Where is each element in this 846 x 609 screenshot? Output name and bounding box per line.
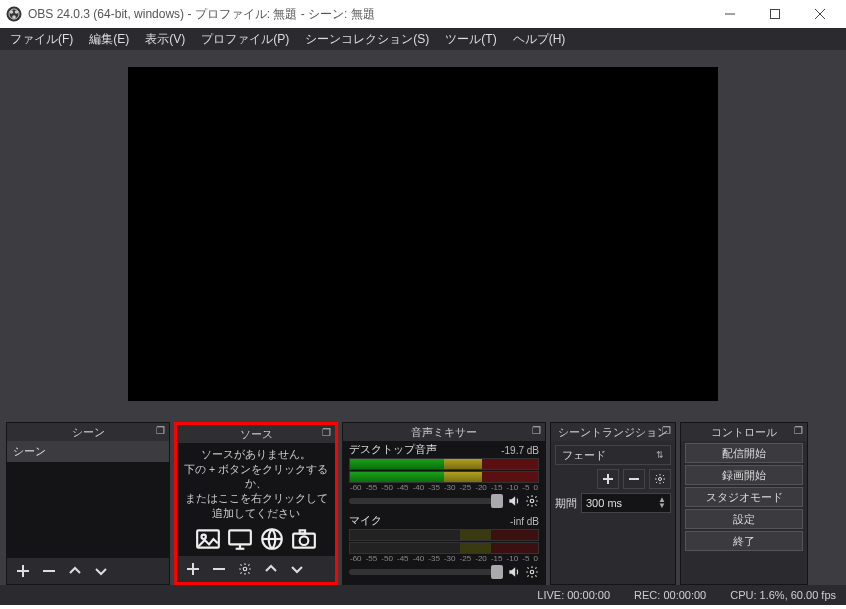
scenes-dock: シーン ❐ シーン bbox=[6, 422, 170, 585]
mixer-channel-mic: マイク -inf dB -60-55-50-45-40-35-30-25-20-… bbox=[343, 512, 545, 583]
gear-icon[interactable] bbox=[525, 494, 539, 508]
status-cpu: CPU: 1.6%, 60.00 fps bbox=[730, 589, 836, 601]
sources-empty-line3: またはここを右クリックして追加してください bbox=[181, 491, 331, 520]
mixer-dock-header: 音声ミキサー ❐ bbox=[343, 423, 545, 441]
camera-icon bbox=[291, 526, 317, 552]
transition-dock-header: シーントランジション ❐ bbox=[551, 423, 675, 441]
volume-slider[interactable] bbox=[349, 498, 503, 504]
sources-dock: ソース ❐ ソースがありません。 下の + ボタンをクリックするか、 またはここ… bbox=[174, 422, 338, 585]
spinner-icon[interactable]: ▲▼ bbox=[658, 497, 666, 509]
mixer-channel-name: マイク bbox=[349, 514, 382, 528]
mixer-dock: 音声ミキサー ❐ デスクトップ音声 -19.7 dB -60-55-50-45-… bbox=[342, 422, 546, 585]
menu-tools[interactable]: ツール(T) bbox=[437, 29, 504, 50]
menu-profile[interactable]: プロファイル(P) bbox=[193, 29, 297, 50]
sources-empty-line1: ソースがありません。 bbox=[201, 447, 311, 462]
status-rec: REC: 00:00:00 bbox=[634, 589, 706, 601]
maximize-button[interactable] bbox=[752, 0, 797, 28]
speaker-icon[interactable] bbox=[507, 494, 521, 508]
scenes-toolbar bbox=[7, 558, 169, 584]
menubar: ファイル(F) 編集(E) 表示(V) プロファイル(P) シーンコレクション(… bbox=[0, 28, 846, 50]
popout-icon[interactable]: ❐ bbox=[794, 425, 803, 436]
mixer-dock-title: 音声ミキサー bbox=[411, 425, 477, 440]
svg-rect-14 bbox=[229, 531, 251, 545]
scene-up-button[interactable] bbox=[63, 560, 87, 582]
controls-dock-title: コントロール bbox=[711, 425, 777, 440]
close-button[interactable] bbox=[797, 0, 842, 28]
menu-edit[interactable]: 編集(E) bbox=[81, 29, 137, 50]
minimize-button[interactable] bbox=[707, 0, 752, 28]
popout-icon[interactable]: ❐ bbox=[322, 427, 331, 438]
svg-point-2 bbox=[10, 10, 14, 14]
svg-point-4 bbox=[12, 15, 16, 19]
volume-slider[interactable] bbox=[349, 569, 503, 575]
statusbar: LIVE: 00:00:00 REC: 00:00:00 CPU: 1.6%, … bbox=[0, 585, 846, 605]
source-properties-button[interactable] bbox=[233, 558, 257, 580]
sources-empty-state: ソースがありません。 下の + ボタンをクリックするか、 またはここを右クリック… bbox=[177, 443, 335, 556]
scenes-dock-header: シーン ❐ bbox=[7, 423, 169, 441]
controls-dock: コントロール ❐ 配信開始 録画開始 スタジオモード 設定 終了 bbox=[680, 422, 808, 585]
mixer-channel-db: -19.7 dB bbox=[501, 445, 539, 456]
popout-icon[interactable]: ❐ bbox=[532, 425, 541, 436]
sources-empty-line2: 下の + ボタンをクリックするか、 bbox=[181, 462, 331, 491]
sources-empty-icons bbox=[195, 526, 317, 552]
transition-select[interactable]: フェード ⇅ bbox=[555, 445, 671, 465]
docks-row: シーン ❐ シーン ソース ❐ ソースがありません。 下の + ボタンをクリック… bbox=[0, 418, 846, 585]
audio-meter bbox=[349, 529, 539, 541]
add-source-button[interactable] bbox=[181, 558, 205, 580]
remove-source-button[interactable] bbox=[207, 558, 231, 580]
transition-settings-button[interactable] bbox=[649, 469, 671, 489]
exit-button[interactable]: 終了 bbox=[685, 531, 803, 551]
menu-help[interactable]: ヘルプ(H) bbox=[505, 29, 574, 50]
app-icon bbox=[6, 6, 22, 22]
remove-scene-button[interactable] bbox=[37, 560, 61, 582]
sources-list[interactable]: ソースがありません。 下の + ボタンをクリックするか、 またはここを右クリック… bbox=[177, 443, 335, 556]
mixer-channel-desktop: デスクトップ音声 -19.7 dB -60-55-50-45-40-35-30-… bbox=[343, 441, 545, 512]
add-transition-button[interactable] bbox=[597, 469, 619, 489]
audio-meter bbox=[349, 542, 539, 554]
start-recording-button[interactable]: 録画開始 bbox=[685, 465, 803, 485]
preview-canvas[interactable] bbox=[128, 67, 718, 401]
transition-body: フェード ⇅ 期間 300 ms ▲▼ bbox=[551, 441, 675, 584]
globe-icon bbox=[259, 526, 285, 552]
menu-file[interactable]: ファイル(F) bbox=[2, 29, 81, 50]
svg-point-3 bbox=[15, 10, 19, 14]
scenes-list[interactable]: シーン bbox=[7, 441, 169, 558]
meter-scale: -60-55-50-45-40-35-30-25-20-15-10-50 bbox=[349, 483, 539, 492]
window-title: OBS 24.0.3 (64-bit, windows) - プロファイル: 無… bbox=[28, 6, 707, 23]
mixer-channel-name: デスクトップ音声 bbox=[349, 443, 437, 457]
svg-point-26 bbox=[530, 499, 534, 503]
svg-point-13 bbox=[202, 535, 206, 539]
controls-dock-header: コントロール ❐ bbox=[681, 423, 807, 441]
image-icon bbox=[195, 526, 221, 552]
audio-meter bbox=[349, 471, 539, 483]
meter-scale: -60-55-50-45-40-35-30-25-20-15-10-50 bbox=[349, 554, 539, 563]
mixer-channel-db: -inf dB bbox=[510, 516, 539, 527]
popout-icon[interactable]: ❐ bbox=[156, 425, 165, 436]
source-up-button[interactable] bbox=[259, 558, 283, 580]
settings-button[interactable]: 設定 bbox=[685, 509, 803, 529]
studio-mode-button[interactable]: スタジオモード bbox=[685, 487, 803, 507]
menu-scene-collection[interactable]: シーンコレクション(S) bbox=[297, 29, 437, 50]
svg-point-31 bbox=[659, 478, 662, 481]
display-icon bbox=[227, 526, 253, 552]
controls-body: 配信開始 録画開始 スタジオモード 設定 終了 bbox=[681, 441, 807, 584]
remove-transition-button[interactable] bbox=[623, 469, 645, 489]
status-live: LIVE: 00:00:00 bbox=[537, 589, 610, 601]
transition-duration-label: 期間 bbox=[555, 496, 577, 511]
sources-dock-title: ソース bbox=[240, 427, 273, 442]
source-down-button[interactable] bbox=[285, 558, 309, 580]
transition-duration-input[interactable]: 300 ms ▲▼ bbox=[581, 493, 671, 513]
transition-duration-value: 300 ms bbox=[586, 497, 622, 509]
gear-icon[interactable] bbox=[525, 565, 539, 579]
start-streaming-button[interactable]: 配信開始 bbox=[685, 443, 803, 463]
menu-view[interactable]: 表示(V) bbox=[137, 29, 193, 50]
add-scene-button[interactable] bbox=[11, 560, 35, 582]
popout-icon[interactable]: ❐ bbox=[662, 425, 671, 436]
sources-dock-header: ソース ❐ bbox=[177, 425, 335, 443]
preview-area bbox=[0, 50, 846, 418]
transition-selected: フェード bbox=[562, 448, 606, 463]
speaker-icon[interactable] bbox=[507, 565, 521, 579]
scene-item[interactable]: シーン bbox=[7, 441, 169, 462]
scene-down-button[interactable] bbox=[89, 560, 113, 582]
chevron-updown-icon: ⇅ bbox=[656, 450, 664, 460]
